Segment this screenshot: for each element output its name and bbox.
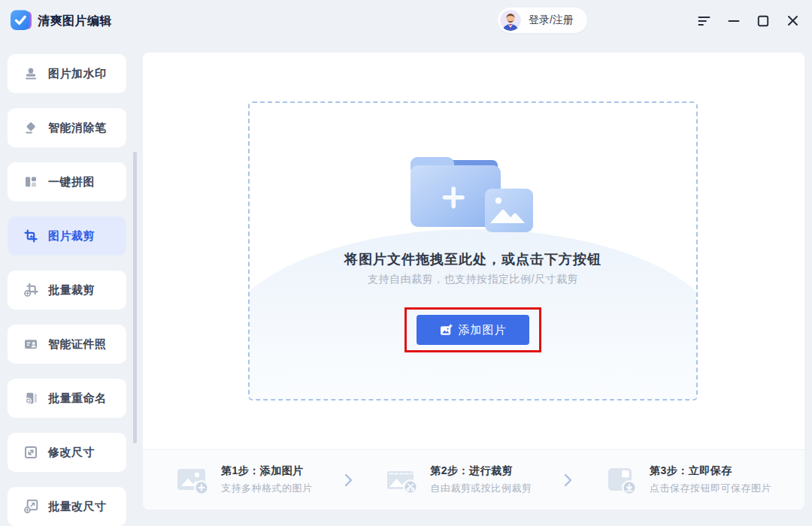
login-register-button[interactable]: 登录/注册 — [498, 8, 587, 33]
sidebar-item-label: 智能证件照 — [48, 337, 107, 352]
sidebar-item-resize[interactable]: 修改尺寸 — [8, 433, 126, 472]
chevron-right-icon — [564, 473, 572, 487]
app-logo-icon — [11, 10, 32, 31]
id-card-icon — [23, 337, 38, 352]
app-title: 清爽图片编辑 — [38, 14, 112, 29]
sidebar-item-label: 图片裁剪 — [48, 229, 95, 243]
step-title: 第3步：立即保存 — [650, 464, 771, 478]
sidebar-item-label: 修改尺寸 — [48, 446, 95, 460]
resize-icon — [23, 445, 38, 460]
step-2: 第2步：进行裁剪 自由裁剪或按比例裁剪 — [385, 464, 532, 497]
sidebar-item-label: 图片加水印 — [48, 67, 107, 81]
maximize-icon[interactable] — [753, 11, 774, 32]
sidebar-item-eraser[interactable]: 智能消除笔 — [8, 108, 126, 147]
image-dropzone[interactable]: 将图片文件拖拽至此处，或点击下方按钮 支持自由裁剪，也支持按指定比例/尺寸裁剪 … — [248, 101, 698, 401]
window-controls — [694, 0, 803, 41]
step-desc: 点击保存按钮即可保存图片 — [650, 482, 771, 495]
step-title: 第1步：添加图片 — [221, 464, 313, 478]
step-1: 第1步：添加图片 支持多种格式的图片 — [176, 464, 313, 497]
sidebar-item-label: 批量改尺寸 — [48, 500, 107, 514]
main-panel: 将图片文件拖拽至此处，或点击下方按钮 支持自由裁剪，也支持按指定比例/尺寸裁剪 … — [143, 53, 804, 509]
sidebar: 图片加水印 智能消除笔 一键拼图 图片裁剪 批量裁剪 智能证件照 — [8, 54, 126, 526]
sidebar-item-batch-crop[interactable]: 批量裁剪 — [8, 271, 126, 310]
chevron-right-icon — [344, 473, 353, 487]
step-3: 第3步：立即保存 点击保存按钮即可保存图片 — [604, 464, 771, 497]
save-download-step-icon — [604, 464, 639, 497]
dropzone-subline: 支持自由裁剪，也支持按指定比例/尺寸裁剪 — [250, 273, 696, 286]
image-plus-step-icon — [176, 464, 211, 497]
add-image-button-label: 添加图片 — [459, 323, 507, 337]
stamp-icon — [23, 66, 38, 81]
steps-bar: 第1步：添加图片 支持多种格式的图片 第2步：进行裁剪 — [143, 449, 804, 509]
crop-icon — [23, 228, 38, 243]
crop-scissors-step-icon — [385, 464, 420, 497]
sidebar-item-batch-rename[interactable]: 批量重命名 — [8, 379, 126, 418]
annotation-highlight-box: 添加图片 — [404, 307, 541, 352]
sidebar-item-label: 批量裁剪 — [48, 283, 95, 298]
sidebar-item-label: 一键拼图 — [48, 175, 95, 189]
collage-icon — [23, 174, 38, 189]
eraser-icon — [23, 120, 38, 135]
sidebar-scrollbar[interactable] — [133, 152, 137, 443]
sidebar-item-crop[interactable]: 图片裁剪 — [8, 216, 126, 255]
sidebar-item-label: 批量重命名 — [48, 391, 107, 406]
minimize-icon[interactable] — [723, 11, 744, 32]
batch-crop-icon — [23, 283, 38, 298]
rename-icon — [23, 391, 38, 406]
step-desc: 自由裁剪或按比例裁剪 — [430, 482, 532, 495]
step-desc: 支持多种格式的图片 — [221, 482, 313, 495]
sidebar-item-id-photo[interactable]: 智能证件照 — [8, 325, 126, 364]
user-avatar — [500, 10, 521, 31]
login-register-label: 登录/注册 — [529, 14, 574, 27]
title-bar: 清爽图片编辑 登录/注册 — [0, 0, 812, 41]
dropzone-headline: 将图片文件拖拽至此处，或点击下方按钮 — [250, 250, 696, 268]
add-image-button[interactable]: 添加图片 — [417, 315, 529, 345]
close-icon[interactable] — [782, 11, 803, 32]
folder-add-illustration — [409, 156, 537, 243]
step-title: 第2步：进行裁剪 — [430, 464, 532, 478]
sidebar-item-collage[interactable]: 一键拼图 — [8, 162, 126, 201]
batch-resize-icon — [23, 499, 38, 514]
sidebar-item-watermark[interactable]: 图片加水印 — [8, 54, 126, 93]
add-image-button-icon — [440, 324, 453, 337]
menu-lines-icon[interactable] — [694, 11, 715, 32]
sidebar-item-label: 智能消除笔 — [48, 121, 107, 135]
sidebar-item-batch-resize[interactable]: 批量改尺寸 — [8, 487, 126, 526]
